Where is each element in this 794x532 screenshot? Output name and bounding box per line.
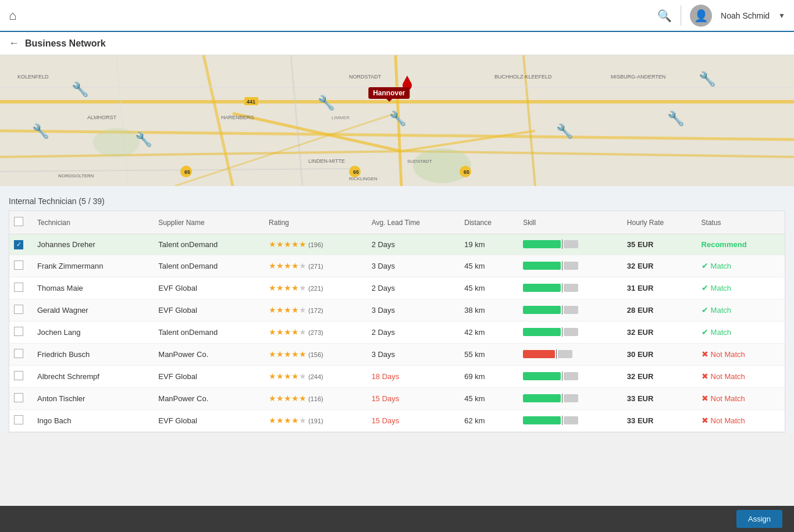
svg-point-15 <box>413 148 471 183</box>
row-supplier: EVF Global <box>154 299 264 321</box>
svg-text:NORDSTADT: NORDSTADT <box>349 74 382 80</box>
status-label: Not Match <box>711 394 745 403</box>
table-row[interactable]: Friedrich BuschManPower Co.★★★★★(156)3 D… <box>9 343 785 365</box>
skill-bar-green <box>523 240 561 248</box>
skill-bar-gray <box>564 284 578 292</box>
row-technician: Gerald Wagner <box>33 299 154 321</box>
status-label: Match <box>711 262 731 270</box>
skill-bar-green <box>523 416 561 424</box>
skill-bar-green <box>523 306 561 314</box>
svg-text:65: 65 <box>353 169 359 175</box>
status-label: Match <box>711 328 731 337</box>
user-name: Noah Schmid <box>721 11 770 20</box>
assign-button[interactable]: Assign <box>736 510 782 528</box>
row-distance: 45 km <box>460 277 518 299</box>
row-supplier: EVF Global <box>154 365 264 387</box>
list-title: Internal Technician (5 / 39) <box>9 192 785 210</box>
table-row[interactable]: Gerald WagnerEVF Global★★★★★(172)3 Days3… <box>9 299 785 321</box>
user-dropdown-icon[interactable]: ▼ <box>778 12 785 20</box>
status-label: Match <box>711 284 731 292</box>
row-distance: 62 km <box>460 409 518 431</box>
skill-bar-red <box>523 350 555 358</box>
row-distance: 38 km <box>460 299 518 321</box>
skill-bar-gray <box>558 350 572 358</box>
row-checkbox[interactable] <box>14 283 23 292</box>
row-checkbox[interactable] <box>14 349 23 358</box>
skill-bar-gray <box>564 328 578 336</box>
table-row[interactable]: Frank ZimmermannTalent onDemand★★★★★(271… <box>9 255 785 277</box>
match-check-icon: ✔ <box>702 261 708 270</box>
row-rating: ★★★★★(156) <box>264 343 367 365</box>
notmatch-x-icon: ✖ <box>702 416 708 425</box>
row-supplier: EVF Global <box>154 277 264 299</box>
search-icon[interactable]: 🔍 <box>657 9 672 23</box>
table-row[interactable]: Ingo BachEVF Global★★★★★(191)15 Days62 k… <box>9 409 785 431</box>
select-all-checkbox[interactable] <box>14 217 23 226</box>
back-button[interactable]: ← <box>9 37 19 49</box>
row-lead-time: 15 Days <box>367 387 460 409</box>
notmatch-x-icon: ✖ <box>702 372 708 381</box>
skill-bar-gray <box>564 306 578 314</box>
row-lead-time: 3 Days <box>367 343 460 365</box>
table-row[interactable]: Anton TischlerManPower Co.★★★★★(116)15 D… <box>9 387 785 409</box>
top-header: ⌂ 🔍 👤 Noah Schmid ▼ <box>0 0 794 32</box>
row-supplier: Talent onDemand <box>154 255 264 277</box>
table-row[interactable]: Albrecht SchrempfEVF Global★★★★★(244)18 … <box>9 365 785 387</box>
row-hourly-rate: 32 EUR <box>622 321 697 343</box>
row-hourly-rate: 31 EUR <box>622 277 697 299</box>
row-status: Recommend <box>697 234 785 255</box>
row-distance: 42 km <box>460 321 518 343</box>
row-rating: ★★★★★(116) <box>264 387 367 409</box>
row-skill <box>518 299 622 321</box>
row-checkbox[interactable] <box>14 393 23 402</box>
row-technician: Thomas Maie <box>33 277 154 299</box>
avatar: 👤 <box>690 5 712 27</box>
row-skill <box>518 365 622 387</box>
row-checkbox[interactable]: ✓ <box>14 240 23 249</box>
page-title: Business Network <box>25 38 106 49</box>
skill-bar-green <box>523 372 561 380</box>
map-tech-icon-2[interactable]: 🔧 <box>32 123 49 140</box>
skill-bar-green <box>523 262 561 270</box>
skill-divider <box>562 394 562 403</box>
col-skill: Skill <box>518 211 622 234</box>
row-rating: ★★★★★(244) <box>264 365 367 387</box>
map-tech-icon-7[interactable]: 🔧 <box>667 110 685 127</box>
row-supplier: ManPower Co. <box>154 343 264 365</box>
map-tech-icon-3[interactable]: 🔧 <box>135 131 152 148</box>
map-tech-icon-6[interactable]: 🔧 <box>556 123 574 140</box>
skill-divider <box>562 327 562 337</box>
row-hourly-rate: 33 EUR <box>622 387 697 409</box>
map-tech-icon-1[interactable]: 🔧 <box>72 81 89 98</box>
map-tech-icon-8[interactable]: 🔧 <box>699 71 716 87</box>
svg-text:LINDEN-MITTE: LINDEN-MITTE <box>308 158 345 164</box>
status-label: Not Match <box>711 350 745 359</box>
row-distance: 55 km <box>460 343 518 365</box>
row-lead-time: 3 Days <box>367 299 460 321</box>
row-checkbox[interactable] <box>14 371 23 380</box>
col-technician: Technician <box>33 211 154 234</box>
row-hourly-rate: 32 EUR <box>622 365 697 387</box>
row-technician: Johannes Dreher <box>33 234 154 255</box>
row-hourly-rate: 33 EUR <box>622 409 697 431</box>
row-skill <box>518 277 622 299</box>
map-tech-icon-5[interactable]: 🔧 <box>389 110 407 127</box>
row-checkbox[interactable] <box>14 327 23 336</box>
table-row[interactable]: Thomas MaieEVF Global★★★★★(221)2 Days45 … <box>9 277 785 299</box>
table-body: ✓Johannes DreherTalent onDemand★★★★★(196… <box>9 234 785 432</box>
svg-text:BUCHHOLZ-KLEEFELD: BUCHHOLZ-KLEEFELD <box>494 74 552 80</box>
map-tech-icon-4[interactable]: 🔧 <box>318 95 335 111</box>
table-row[interactable]: Jochen LangTalent onDemand★★★★★(273)2 Da… <box>9 321 785 343</box>
row-hourly-rate: 32 EUR <box>622 255 697 277</box>
skill-divider <box>556 349 557 359</box>
hannover-label: Hannover <box>368 87 410 99</box>
status-label: Not Match <box>711 372 745 381</box>
skill-bar-gray <box>564 372 578 380</box>
table-row[interactable]: ✓Johannes DreherTalent onDemand★★★★★(196… <box>9 234 785 255</box>
row-checkbox[interactable] <box>14 305 23 314</box>
row-checkbox[interactable] <box>14 415 23 424</box>
row-checkbox[interactable] <box>14 260 23 270</box>
svg-text:RICKLINGEN: RICKLINGEN <box>349 176 378 181</box>
svg-text:NORDGOLTERN: NORDGOLTERN <box>58 173 94 178</box>
home-icon[interactable]: ⌂ <box>9 8 16 23</box>
